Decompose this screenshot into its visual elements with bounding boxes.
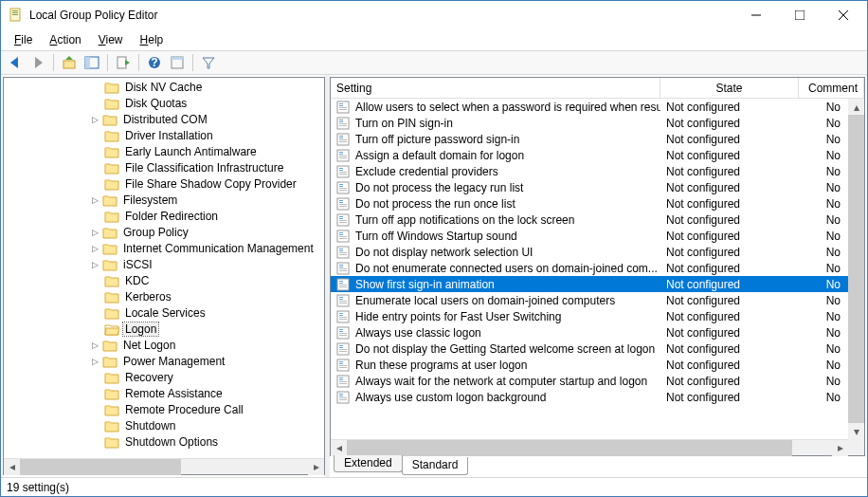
maximize-button[interactable] <box>778 1 822 29</box>
menu-file[interactable]: File <box>7 31 40 48</box>
setting-row[interactable]: Always use classic logonNot configuredNo <box>331 324 864 341</box>
tree-hscrollbar[interactable]: ◂ ▸ <box>4 458 324 474</box>
expand-icon[interactable]: ▷ <box>89 356 100 367</box>
tab-extended[interactable]: Extended <box>334 455 403 472</box>
expand-icon[interactable]: ▷ <box>89 243 100 254</box>
properties-button[interactable] <box>167 52 188 73</box>
tree-node[interactable]: Shutdown Options <box>4 433 324 450</box>
expand-icon[interactable]: ▷ <box>89 340 100 351</box>
setting-row[interactable]: Always wait for the network at computer … <box>331 373 864 389</box>
setting-row[interactable]: Do not process the run once listNot conf… <box>331 195 864 212</box>
tree-node[interactable]: Locale Services <box>4 304 324 321</box>
scroll-thumb[interactable] <box>347 440 792 456</box>
setting-row[interactable]: Turn off Windows Startup soundNot config… <box>331 228 864 244</box>
folder-icon <box>104 274 119 287</box>
filter-button[interactable] <box>198 52 219 73</box>
scroll-down-icon[interactable]: ▾ <box>848 423 864 439</box>
setting-row[interactable]: Do not enumerate connected users on doma… <box>331 260 864 276</box>
tree-label: Kerberos <box>123 290 173 304</box>
tree-node[interactable]: ▷Internet Communication Management <box>4 240 324 256</box>
tree-node[interactable]: KDC <box>4 272 324 288</box>
setting-name: Always wait for the network at computer … <box>355 375 647 388</box>
close-button[interactable] <box>822 1 865 29</box>
up-button[interactable] <box>59 52 80 73</box>
setting-row[interactable]: Exclude credential providersNot configur… <box>331 163 864 179</box>
expand-icon[interactable]: ▷ <box>89 227 100 238</box>
setting-row[interactable]: Always use custom logon backgroundNot co… <box>331 389 864 405</box>
minimize-button[interactable] <box>734 1 778 29</box>
tree-node[interactable]: Early Launch Antimalware <box>4 143 324 159</box>
setting-row[interactable]: Do not display network selection UINot c… <box>331 244 864 260</box>
tree-node[interactable]: Folder Redirection <box>4 208 324 224</box>
scroll-left-icon[interactable]: ◂ <box>4 459 20 475</box>
forward-button[interactable] <box>27 52 48 73</box>
tree-node[interactable]: Shutdown <box>4 417 324 433</box>
menu-help[interactable]: Help <box>133 31 172 48</box>
tree-node[interactable]: ▷Distributed COM <box>4 111 324 127</box>
tree-node[interactable]: File Share Shadow Copy Provider <box>4 175 324 192</box>
folder-icon <box>104 306 119 320</box>
setting-name: Do not process the legacy run list <box>355 181 523 194</box>
setting-row[interactable]: Enumerate local users on domain-joined c… <box>331 292 864 308</box>
tree-node[interactable]: Driver Installation <box>4 127 324 143</box>
tree-node[interactable]: ▷Group Policy <box>4 224 324 240</box>
svg-rect-43 <box>339 170 343 171</box>
setting-row[interactable]: Turn off picture password sign-inNot con… <box>331 131 864 147</box>
setting-row[interactable]: Allow users to select when a password is… <box>331 99 864 115</box>
scroll-up-icon[interactable]: ▴ <box>848 99 864 115</box>
tree-node[interactable]: File Classification Infrastructure <box>4 159 324 175</box>
menu-action[interactable]: Action <box>42 31 88 48</box>
menu-view[interactable]: View <box>91 31 131 48</box>
tree-node[interactable]: Recovery <box>4 369 324 385</box>
setting-row[interactable]: Do not process the legacy run listNot co… <box>331 179 864 195</box>
tree-node[interactable]: ▷Power Management <box>4 353 324 369</box>
folder-tree[interactable]: Disk NV CacheDisk Quotas▷Distributed COM… <box>4 78 324 458</box>
list-vscrollbar[interactable]: ▴ ▾ <box>848 99 864 439</box>
back-button[interactable] <box>5 52 26 73</box>
setting-row[interactable]: Run these programs at user logonNot conf… <box>331 357 864 373</box>
svg-rect-38 <box>339 154 343 155</box>
export-list-button[interactable] <box>113 52 134 73</box>
policy-icon <box>336 101 352 114</box>
setting-row[interactable]: Do not display the Getting Started welco… <box>331 341 864 357</box>
col-state[interactable]: State <box>660 78 799 98</box>
policy-icon <box>336 197 352 211</box>
list-rows[interactable]: Allow users to select when a password is… <box>331 99 864 455</box>
tab-standard[interactable]: Standard <box>402 457 469 475</box>
scroll-thumb[interactable] <box>848 115 864 423</box>
svg-rect-45 <box>339 174 347 175</box>
svg-rect-109 <box>339 381 347 382</box>
expand-icon[interactable]: ▷ <box>89 114 100 125</box>
setting-state: Not configured <box>660 326 799 340</box>
expand-icon[interactable]: ▷ <box>89 194 100 206</box>
tree-node[interactable]: ▷Net Logon <box>4 337 324 353</box>
setting-row[interactable]: Assign a default domain for logonNot con… <box>331 147 864 163</box>
tree-node[interactable]: Disk NV Cache <box>4 79 324 95</box>
setting-state: Not configured <box>660 101 799 114</box>
tree-node[interactable]: ▷iSCSI <box>4 256 324 272</box>
tree-node[interactable]: Logon <box>4 321 324 337</box>
tree-node[interactable]: ▷Filesystem <box>4 192 324 208</box>
expand-icon[interactable]: ▷ <box>89 259 100 270</box>
folder-icon <box>102 193 118 207</box>
svg-rect-22 <box>339 103 343 104</box>
col-comment[interactable]: Comment <box>799 78 864 98</box>
setting-row[interactable]: Hide entry points for Fast User Switchin… <box>331 308 864 324</box>
svg-rect-102 <box>339 361 343 362</box>
col-setting[interactable]: Setting <box>331 78 660 98</box>
setting-row[interactable]: Show first sign-in animationNot configur… <box>331 276 864 292</box>
svg-rect-54 <box>339 204 347 205</box>
tree-node[interactable]: Remote Assistance <box>4 385 324 401</box>
show-hide-tree-button[interactable] <box>81 52 102 73</box>
scroll-right-icon[interactable]: ▸ <box>832 440 848 456</box>
help-button[interactable]: ? <box>144 52 165 73</box>
setting-row[interactable]: Turn off app notifications on the lock s… <box>331 212 864 228</box>
setting-row[interactable]: Turn on PIN sign-inNot configuredNo <box>331 115 864 131</box>
tree-node[interactable]: Kerberos <box>4 288 324 304</box>
scroll-thumb[interactable] <box>20 459 181 475</box>
scroll-left-icon[interactable]: ◂ <box>331 440 347 456</box>
scroll-right-icon[interactable]: ▸ <box>308 459 324 475</box>
tree-node[interactable]: Disk Quotas <box>4 95 324 111</box>
tree-node[interactable]: Remote Procedure Call <box>4 401 324 417</box>
list-hscrollbar[interactable]: ◂ ▸ <box>331 439 848 455</box>
